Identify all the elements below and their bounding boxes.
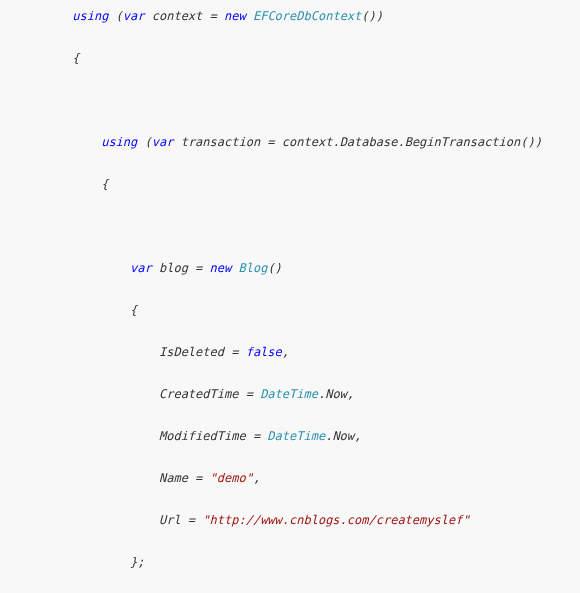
keyword-using: using bbox=[72, 9, 108, 23]
code-line: using (var transaction = context.Databas… bbox=[0, 132, 580, 153]
identifier-context: context bbox=[152, 9, 203, 23]
type-dbcontext: EFCoreDbContext bbox=[253, 9, 361, 23]
code-line: { bbox=[0, 48, 580, 69]
code-line: CreatedTime = DateTime.Now, bbox=[0, 384, 580, 405]
keyword-var: var bbox=[152, 135, 174, 149]
keyword-var: var bbox=[130, 261, 152, 275]
keyword-using: using bbox=[101, 135, 137, 149]
code-block: using (var context = new EFCoreDbContext… bbox=[0, 0, 580, 593]
string-url: "http://www.cnblogs.com/createmyslef" bbox=[202, 513, 469, 527]
code-line: }; bbox=[0, 552, 580, 573]
code-line: Name = "demo", bbox=[0, 468, 580, 489]
keyword-false: false bbox=[246, 345, 282, 359]
code-line: Url = "http://www.cnblogs.com/createmysl… bbox=[0, 510, 580, 531]
identifier-transaction: transaction bbox=[181, 135, 260, 149]
code-line: using (var context = new EFCoreDbContext… bbox=[0, 6, 580, 27]
code-line: var blog = new Blog() bbox=[0, 258, 580, 279]
type-datetime: DateTime bbox=[260, 387, 318, 401]
keyword-new: new bbox=[210, 261, 232, 275]
keyword-new: new bbox=[224, 9, 246, 23]
type-datetime: DateTime bbox=[267, 429, 325, 443]
blank-line bbox=[0, 90, 580, 111]
code-line: { bbox=[0, 300, 580, 321]
blank-line bbox=[0, 216, 580, 237]
code-line: ModifiedTime = DateTime.Now, bbox=[0, 426, 580, 447]
type-blog: Blog bbox=[238, 261, 267, 275]
code-line: IsDeleted = false, bbox=[0, 342, 580, 363]
identifier-blog: blog bbox=[159, 261, 188, 275]
code-line: { bbox=[0, 174, 580, 195]
keyword-var: var bbox=[123, 9, 145, 23]
string-demo: "demo" bbox=[210, 471, 253, 485]
